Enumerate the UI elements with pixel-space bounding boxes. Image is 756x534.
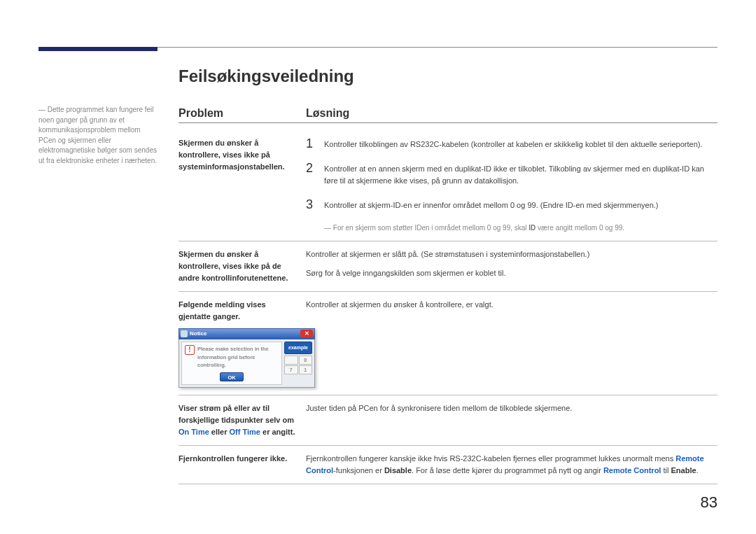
dialog-body: ! Please make selection in the informati… — [178, 339, 315, 388]
table-row: Viser strøm på eller av til forskjellige… — [178, 395, 718, 446]
warning-icon: ! — [185, 345, 195, 355]
table-row: Følgende melding vises gjentatte ganger.… — [178, 292, 718, 395]
main-content: Feilsøkingsveiledning Problem Løsning Sk… — [178, 66, 718, 484]
header-solution: Løsning — [306, 107, 349, 120]
problem-cell: Fjernkontrollen fungerer ikke. — [178, 453, 306, 477]
step-number: 3 — [306, 198, 324, 211]
problem-cell: Skjermen du ønsker å kontrollere, vises … — [178, 248, 306, 284]
example-badge: example — [284, 342, 312, 354]
step-text: Kontroller at skjerm-ID-en er innenfor o… — [324, 198, 718, 211]
on-time-link: On Time — [178, 428, 209, 436]
step-number: 1 — [306, 137, 324, 150]
solution-text: Fjernkontrollen fungerer kanskje ikke hv… — [306, 453, 718, 477]
problem-cell: Viser strøm på eller av til forskjellige… — [178, 402, 306, 438]
solution-cell: Kontroller at skjermen du ønsker å kontr… — [306, 299, 718, 388]
problem-cell: Følgende melding vises gjentatte ganger.… — [178, 299, 306, 388]
dialog-titlebar: Notice ✕ — [178, 328, 315, 339]
step-text: Kontroller at en annen skjerm med en dup… — [324, 162, 718, 187]
page-number: 83 — [701, 493, 718, 512]
step-number: 2 — [306, 162, 324, 187]
solution-text: Kontroller at skjermen er slått på. (Se … — [306, 248, 718, 260]
remote-control-link: Remote Control — [603, 466, 662, 475]
example-grid: 0 7 1 — [284, 356, 312, 374]
off-time-link: Off Time — [230, 428, 260, 436]
header-problem: Problem — [178, 107, 306, 120]
table-row: Skjermen du ønsker å kontrollere, vises … — [178, 241, 718, 292]
side-note: Dette programmet kan fungere feil noen g… — [38, 105, 158, 166]
page-title: Feilsøkingsveiledning — [178, 66, 718, 86]
table-row: Fjernkontrollen fungerer ikke. Fjernkont… — [178, 446, 718, 484]
solution-text: Sørg for å velge inngangskilden som skje… — [306, 267, 718, 279]
solution-cell: 1 Kontroller tilkoblingen av RS232C-kabe… — [306, 137, 718, 234]
dialog-example: Notice ✕ ! Please make selection in the … — [178, 328, 315, 388]
solution-text: Juster tiden på PCen for å synkronisere … — [306, 402, 718, 414]
solution-cell: Kontroller at skjermen er slått på. (Se … — [306, 248, 718, 284]
dialog-title-text: Notice — [190, 330, 206, 338]
problem-cell: Skjermen du ønsker å kontrollere, vises … — [178, 137, 306, 234]
step-text: Kontroller tilkoblingen av RS232C-kabele… — [324, 137, 718, 150]
footnote: For en skjerm som støtter IDen i området… — [324, 223, 718, 234]
dialog-icon — [181, 330, 188, 337]
solution-text: Kontroller at skjermen du ønsker å kontr… — [306, 299, 718, 311]
close-icon[interactable]: ✕ — [300, 330, 313, 337]
solution-cell: Fjernkontrollen fungerer kanskje ikke hv… — [306, 453, 718, 477]
table-row: Skjermen du ønsker å kontrollere, vises … — [178, 130, 718, 241]
dialog-message: Please make selection in the information… — [197, 345, 279, 370]
ok-button[interactable]: OK — [220, 372, 244, 381]
accent-bar — [38, 47, 158, 51]
table-headers: Problem Løsning — [178, 107, 718, 123]
solution-cell: Juster tiden på PCen for å synkronisere … — [306, 402, 718, 438]
